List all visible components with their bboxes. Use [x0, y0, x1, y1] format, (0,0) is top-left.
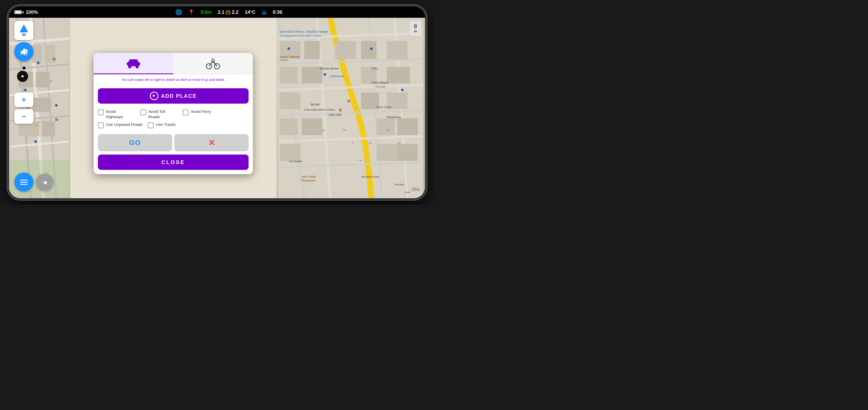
scale-indicator: 20 m	[410, 187, 421, 192]
menu-button[interactable]	[14, 173, 33, 192]
nav-controls: 3D	[14, 21, 33, 61]
svg-point-65	[323, 73, 326, 76]
option-avoid-ferry: Avoid Ferry	[183, 109, 220, 115]
status-bar: 100% 🌐 📍 5.0m 2.1 (!) 2.2 14°C ⬓ 0:36	[9, 7, 425, 18]
turn-by-turn-button[interactable]	[14, 42, 33, 61]
svg-point-29	[34, 140, 37, 143]
modal-overlay: You can swipe left or right to delete an…	[70, 29, 276, 198]
add-place-circle-icon: +	[150, 92, 158, 100]
svg-rect-55	[302, 118, 322, 135]
battery-percent: 100%	[26, 9, 38, 15]
option-avoid-toll: Avoid TollRoads	[140, 109, 178, 119]
svg-rect-103	[139, 63, 140, 65]
zoom-out-button[interactable]: −	[14, 109, 33, 124]
svg-rect-59	[376, 144, 397, 161]
svg-text:Via Marco Aurel: Via Marco Aurel	[361, 175, 379, 178]
compass-label: 3D	[22, 33, 26, 37]
svg-text:☕: ☕	[351, 141, 355, 145]
svg-text:Passionisti: Passionisti	[302, 179, 315, 182]
svg-text:🏛: 🏛	[53, 57, 56, 61]
status-left: 100%	[14, 9, 38, 15]
close-label: CLOSE	[161, 159, 185, 165]
bike-icon	[205, 57, 221, 70]
svg-point-26	[37, 62, 39, 64]
svg-point-100	[128, 65, 131, 68]
svg-rect-44	[335, 41, 356, 59]
location-distance: 5.0m	[200, 9, 211, 15]
svg-text:Via Labic: Via Labic	[375, 85, 386, 88]
speed-display: 2.1 (!) 2.2	[218, 9, 239, 15]
bottom-controls: ◄	[14, 173, 53, 192]
svg-text:✕: ✕	[347, 99, 351, 104]
svg-point-28	[55, 104, 58, 107]
checkbox-avoid-toll[interactable]	[140, 109, 146, 115]
compass-arrow	[20, 24, 28, 32]
svg-text:Divin Ostilia: Divin Ostilia	[376, 105, 391, 109]
svg-text:🍽: 🍽	[397, 141, 400, 145]
svg-text:★: ★	[50, 79, 53, 83]
svg-text:Università di Roma - Facoltà d: Università di Roma - Facoltà di Ingegn	[280, 30, 328, 33]
svg-text:✕: ✕	[338, 108, 342, 113]
svg-rect-54	[280, 118, 298, 135]
altitude-value: 0	[414, 23, 417, 29]
add-place-label: ADD PLACE	[161, 93, 197, 99]
route-options: AvoidHighways Avoid TollRoads Avoid Ferr…	[94, 107, 253, 132]
checkbox-avoid-highways[interactable]	[98, 109, 104, 115]
right-controls: 0 m	[410, 21, 421, 36]
settings-dot[interactable]	[17, 71, 28, 82]
cancel-button[interactable]: ✕	[174, 134, 249, 151]
svg-text:★: ★	[34, 123, 37, 127]
svg-text:Viale: Viale	[371, 67, 378, 70]
checkbox-avoid-ferry[interactable]	[183, 109, 189, 115]
checkbox-use-tracks[interactable]	[148, 123, 154, 128]
svg-text:Domus Aurea: Domus Aurea	[320, 67, 339, 70]
svg-point-27	[24, 89, 27, 92]
add-place-button[interactable]: + ADD PLACE	[98, 88, 249, 104]
device-frame: 100% 🌐 📍 5.0m 2.1 (!) 2.2 14°C ⬓ 0:36	[7, 5, 427, 200]
altitude-display: 0 m	[410, 21, 421, 36]
close-button[interactable]: CLOSE	[98, 155, 249, 170]
svg-text:Pane&Vino: Pane&Vino	[387, 115, 401, 119]
svg-rect-58	[280, 144, 300, 161]
svg-text:Via Anm: Via Anm	[395, 183, 404, 186]
svg-rect-46	[387, 41, 407, 59]
option-unpaved-roads: Use Unpaved Roads	[98, 122, 143, 128]
location-icon: 📍	[188, 9, 194, 15]
turn-icon	[19, 46, 29, 57]
svg-point-63	[287, 47, 290, 50]
svg-rect-99	[129, 59, 138, 63]
label-avoid-ferry: Avoid Ferry	[191, 109, 211, 114]
hamburger-icon	[20, 180, 28, 185]
back-button[interactable]: ◄	[36, 174, 53, 191]
time-display: 0:36	[273, 9, 282, 15]
action-buttons: GO ✕	[98, 134, 249, 151]
svg-text:oyer Unitas: oyer Unitas	[302, 175, 316, 178]
svg-text:☕: ☕	[359, 159, 362, 163]
compass-button[interactable]: 3D	[14, 21, 33, 40]
tab-car[interactable]	[94, 53, 173, 74]
svg-rect-51	[280, 93, 300, 109]
svg-text:ermae Traianae: ermae Traianae	[280, 55, 300, 58]
svg-rect-43	[304, 41, 320, 59]
temperature: 14°C	[245, 9, 255, 15]
svg-text:Via Claudia: Via Claudia	[289, 160, 302, 163]
option-avoid-highways: AvoidHighways	[98, 109, 135, 119]
status-center: 🌐 📍 5.0m 2.1 (!) 2.2 14°C ⬓ 0:36	[175, 9, 282, 15]
options-row-2: Use Unpaved Roads Use Tracks	[98, 122, 249, 128]
scale-value: 20 m	[412, 187, 419, 191]
route-planner-modal: You can swipe left or right to delete an…	[94, 53, 253, 174]
label-use-tracks: Use Tracks	[156, 122, 176, 127]
swipe-hint: You can swipe left or right to delete an…	[94, 74, 253, 85]
checkbox-unpaved-roads[interactable]	[98, 123, 104, 128]
svg-rect-15	[33, 98, 51, 112]
go-label: GO	[129, 139, 141, 147]
label-unpaved-roads: Use Unpaved Roads	[106, 122, 143, 127]
svg-point-66	[401, 89, 404, 92]
svg-text:20 m: 20 m	[405, 191, 410, 194]
svg-text:My Bar: My Bar	[311, 103, 320, 106]
zoom-in-button[interactable]: +	[14, 93, 33, 107]
tab-bike[interactable]	[173, 53, 253, 74]
zoom-controls: + −	[14, 93, 33, 124]
go-button[interactable]: GO	[98, 134, 172, 151]
svg-rect-56	[376, 118, 395, 135]
